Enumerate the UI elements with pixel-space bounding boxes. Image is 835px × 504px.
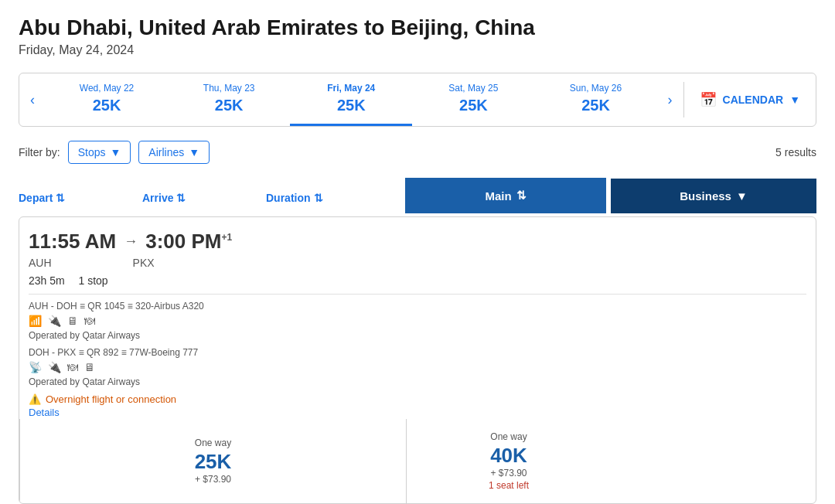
screen-icon: 🖥 xyxy=(67,315,78,327)
stops-filter-label: Stops xyxy=(78,146,106,158)
stops: 1 stop xyxy=(78,274,107,287)
arrive-label: Arrive xyxy=(142,192,173,204)
duration-sort-area: Duration ⇅ xyxy=(266,182,405,213)
date-tab-price: 25K xyxy=(418,97,528,114)
duration-label: Duration xyxy=(266,192,311,204)
date-tab-sat-may-25[interactable]: Sat, May 25 25K xyxy=(412,73,534,126)
business-column-header[interactable]: Business ▼ xyxy=(611,179,816,213)
details-link[interactable]: Details xyxy=(29,407,60,418)
wifi-icon-2: 📡 xyxy=(29,361,42,373)
arrive-time-value: 3:00 PM xyxy=(145,230,221,253)
stops-filter-button[interactable]: Stops ▼ xyxy=(68,141,131,164)
date-tab-price: 25K xyxy=(174,97,284,114)
flight-times: 11:55 AM → 3:00 PM+1 xyxy=(29,230,806,254)
arrow-icon: → xyxy=(124,233,138,250)
seats-left: 1 seat left xyxy=(489,480,529,491)
screen-icon-2: 🖥 xyxy=(84,361,95,373)
wifi-icon: 📶 xyxy=(29,315,42,327)
date-tab-day-label: Wed, May 22 xyxy=(52,83,162,94)
segment1-icons: 📶 🔌 🖥 🍽 xyxy=(29,315,806,327)
business-sort-icon: ▼ xyxy=(736,189,748,203)
page-subtitle: Friday, May 24, 2024 xyxy=(19,43,816,57)
meal-icon-2: 🍽 xyxy=(67,361,78,373)
meal-icon: 🍽 xyxy=(84,315,95,327)
duration-sort-button[interactable]: Duration ⇅ xyxy=(266,186,323,210)
arrive-sort-icon: ⇅ xyxy=(176,192,186,204)
depart-airport: AUH xyxy=(29,257,52,269)
date-tab-day-label: Fri, May 24 xyxy=(296,83,406,94)
business-price-fees: + $73.90 xyxy=(490,468,527,478)
segment2-detail: DOH - PKX ≡ QR 892 ≡ 77W-Boeing 777 xyxy=(29,347,806,358)
arrive-superscript: +1 xyxy=(221,232,232,243)
segment1-detail: AUH - DOH ≡ QR 1045 ≡ 320-Airbus A320 xyxy=(29,301,806,312)
date-tab-day-label: Sun, May 26 xyxy=(540,83,650,94)
flight-card: 11:55 AM → 3:00 PM+1 AUH PKX 23h 5m 1 st… xyxy=(19,216,816,504)
arrive-airport: PKX xyxy=(133,257,155,269)
depart-sort-area: Depart ⇅ xyxy=(19,182,142,213)
date-tab-price: 25K xyxy=(540,97,650,114)
depart-label: Depart xyxy=(19,192,53,204)
calendar-chevron-icon: ▼ xyxy=(789,94,800,106)
main-price-label: One way xyxy=(195,438,231,448)
power-icon: 🔌 xyxy=(48,315,61,327)
overnight-warning: ⚠️ Overnight flight or connection xyxy=(29,393,806,405)
depart-time: 11:55 AM xyxy=(29,230,116,254)
warning-icon: ⚠️ xyxy=(29,393,41,405)
segment1-operated: Operated by Qatar Airways xyxy=(29,330,806,341)
main-price-fees: + $73.90 xyxy=(195,474,231,485)
date-tab-sun-may-26[interactable]: Sun, May 26 25K xyxy=(534,73,656,126)
flight-main-info: 11:55 AM → 3:00 PM+1 AUH PKX 23h 5m 1 st… xyxy=(19,217,816,419)
overnight-warning-text: Overnight flight or connection xyxy=(46,393,176,405)
depart-sort-icon: ⇅ xyxy=(56,192,65,204)
prev-date-button[interactable]: ‹ xyxy=(19,80,46,121)
power-icon-2: 🔌 xyxy=(48,361,61,373)
date-tab-day-label: Sat, May 25 xyxy=(418,83,528,94)
arrive-sort-area: Arrive ⇅ xyxy=(142,182,266,213)
results-header: Depart ⇅ Arrive ⇅ Duration ⇅ Main ⇅ Busi… xyxy=(19,178,816,213)
business-price-cell[interactable]: One way 40K + $73.90 1 seat left xyxy=(406,419,611,503)
flight-card-grid: 11:55 AM → 3:00 PM+1 AUH PKX 23h 5m 1 st… xyxy=(19,217,816,503)
next-date-button[interactable]: › xyxy=(657,80,683,121)
main-price-amount: 25K xyxy=(195,450,232,474)
segment2-operated: Operated by Qatar Airways xyxy=(29,376,806,387)
date-tab-day-label: Thu, May 23 xyxy=(174,83,284,94)
depart-sort-button[interactable]: Depart ⇅ xyxy=(19,186,65,210)
main-column-header[interactable]: Main ⇅ xyxy=(405,178,606,213)
airport-codes: AUH PKX xyxy=(29,257,806,269)
airlines-chevron-icon: ▼ xyxy=(189,146,199,158)
business-label: Business xyxy=(680,189,731,203)
duration-sort-icon: ⇅ xyxy=(314,192,323,204)
business-price-label: One way xyxy=(490,431,527,442)
arrive-time: 3:00 PM+1 xyxy=(145,230,232,254)
airlines-filter-button[interactable]: Airlines ▼ xyxy=(138,141,210,164)
filter-left: Filter by: Stops ▼ Airlines ▼ xyxy=(19,141,210,164)
main-label: Main xyxy=(485,189,511,203)
date-tabs: Wed, May 22 25K Thu, May 23 25K Fri, May… xyxy=(46,73,657,126)
calendar-icon: 📅 xyxy=(700,91,717,108)
business-price-amount: 40K xyxy=(490,444,527,468)
calendar-label: CALENDAR xyxy=(723,94,784,106)
main-price-cell[interactable]: One way 25K + $73.90 xyxy=(19,419,406,503)
results-count: 5 results xyxy=(775,146,816,158)
page-title: Abu Dhabi, United Arab Emirates to Beiji… xyxy=(19,15,816,40)
main-sort-icon: ⇅ xyxy=(516,189,527,203)
arrive-sort-button[interactable]: Arrive ⇅ xyxy=(142,186,186,210)
date-tab-thu-may-23[interactable]: Thu, May 23 25K xyxy=(168,73,290,126)
date-tab-price: 25K xyxy=(52,97,162,114)
filter-label: Filter by: xyxy=(19,146,60,158)
filter-row: Filter by: Stops ▼ Airlines ▼ 5 results xyxy=(19,141,816,164)
date-selector: ‹ Wed, May 22 25K Thu, May 23 25K Fri, M… xyxy=(19,73,816,127)
segment2-icons: 📡 🔌 🍽 🖥 xyxy=(29,361,806,373)
airlines-filter-label: Airlines xyxy=(148,146,184,158)
duration: 23h 5m xyxy=(29,274,65,287)
stops-chevron-icon: ▼ xyxy=(111,146,121,158)
date-tab-wed-may-22[interactable]: Wed, May 22 25K xyxy=(46,73,168,126)
date-tab-price: 25K xyxy=(296,97,406,114)
date-tab-fri-may-24[interactable]: Fri, May 24 25K xyxy=(290,73,412,126)
calendar-button[interactable]: 📅 CALENDAR ▼ xyxy=(683,82,816,117)
